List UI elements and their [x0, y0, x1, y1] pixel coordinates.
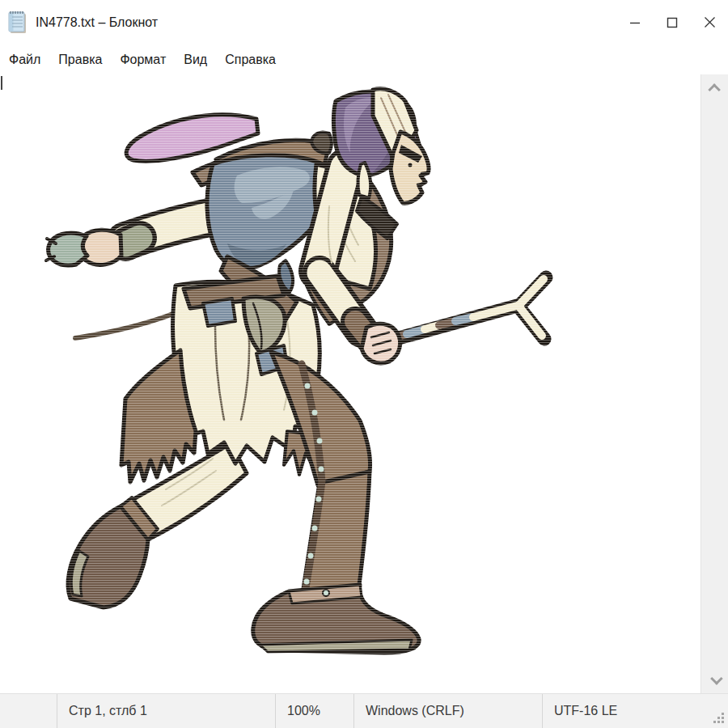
maximize-button[interactable] — [654, 0, 691, 44]
resize-grip-icon[interactable] — [713, 712, 724, 723]
menu-format[interactable]: Формат — [111, 48, 175, 72]
notepad-window: IN4778.txt – Блокнот Файл Правка Формат … — [0, 0, 728, 728]
close-button[interactable] — [691, 0, 728, 44]
minimize-button[interactable] — [616, 0, 654, 44]
menu-edit[interactable]: Правка — [49, 48, 111, 72]
menu-view[interactable]: Вид — [175, 48, 216, 72]
maximize-icon — [667, 17, 678, 28]
menu-help[interactable]: Справка — [216, 48, 285, 72]
title-bar[interactable]: IN4778.txt – Блокнот — [0, 0, 728, 44]
scroll-down-button[interactable] — [701, 666, 728, 693]
menu-file[interactable]: Файл — [0, 48, 49, 72]
notepad-icon — [6, 10, 29, 36]
text-caret — [1, 76, 2, 90]
vertical-scrollbar[interactable] — [700, 74, 728, 693]
face — [391, 132, 429, 203]
status-bar: Стр 1, стлб 1 100% Windows (CRLF) UTF-16… — [0, 693, 728, 728]
chevron-up-icon — [708, 83, 721, 96]
hatchet — [49, 233, 87, 265]
scroll-up-button[interactable] — [701, 74, 728, 102]
status-cursor-position: Стр 1, стлб 1 — [57, 694, 275, 728]
status-line-ending: Windows (CRLF) — [353, 694, 542, 728]
status-encoding: UTF-16 LE — [542, 694, 728, 728]
clipart-running-figure — [44, 85, 562, 667]
window-title: IN4778.txt – Блокнот — [36, 15, 158, 30]
chevron-down-icon — [710, 672, 723, 685]
text-area[interactable] — [0, 74, 700, 693]
minimize-icon — [629, 17, 641, 28]
menu-bar: Файл Правка Формат Вид Справка — [0, 44, 728, 74]
close-icon — [704, 16, 716, 28]
status-zoom-level: 100% — [275, 694, 353, 728]
status-spacer — [0, 694, 57, 728]
